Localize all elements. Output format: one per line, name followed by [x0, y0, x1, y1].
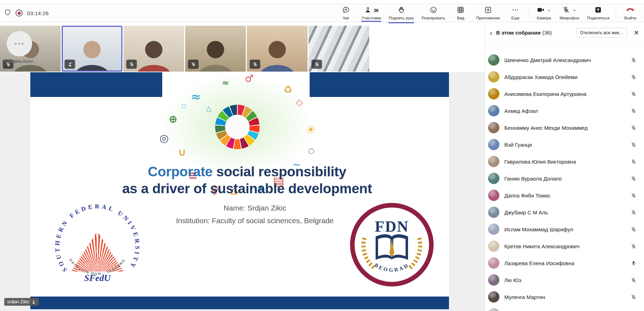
phone-down-icon — [626, 6, 634, 15]
participant-avatar — [488, 54, 499, 66]
participant-row[interactable]: Бенхамму Анес Мехди Мохаммед — [485, 119, 644, 136]
participant-name: Вэй Гуанци — [504, 142, 630, 148]
toolbar-camera-button[interactable]: Камера — [532, 4, 555, 22]
mic-muted-icon[interactable] — [630, 124, 637, 131]
muted-mic-badge-icon — [126, 60, 137, 69]
participant-avatar — [488, 291, 499, 303]
participant-row[interactable]: Ислам Мохаммад Шарифул — [485, 221, 644, 238]
mic-muted-icon[interactable] — [630, 226, 637, 232]
muted-mic-badge-icon — [188, 60, 199, 69]
participant-avatar — [488, 139, 499, 150]
back-chevron-icon[interactable]: ‹ — [490, 29, 492, 36]
see-all-participants[interactable]: ••• Увидеть всех — [0, 31, 39, 64]
participant-row[interactable]: Абдуррасак Хамида Опейеми — [485, 68, 644, 85]
video-tile-tile-2[interactable] — [62, 26, 122, 72]
mic-muted-icon[interactable] — [630, 209, 637, 215]
sdg-doodle-icon: ◎ — [159, 133, 169, 144]
mic-muted-icon[interactable] — [630, 74, 637, 80]
mic-muted-icon[interactable] — [630, 57, 637, 63]
video-tile-tile-3[interactable] — [123, 26, 184, 72]
toolbar-more-button[interactable]: Еще — [504, 4, 527, 22]
mic-muted-icon[interactable] — [630, 294, 637, 300]
toolbar-mic-label: Микрофон — [559, 16, 579, 20]
toolbar-mic-button[interactable]: Микрофон — [555, 4, 583, 22]
meeting-status-area: 03:14:26 — [4, 4, 49, 22]
mic-muted-icon[interactable] — [630, 277, 637, 283]
mic-muted-icon[interactable] — [630, 141, 637, 148]
toolbar-participants-button[interactable]: 36Участники — [358, 4, 385, 22]
participant-avatar — [488, 122, 499, 133]
video-tile-tile-5[interactable] — [247, 26, 308, 72]
participant-avatar — [488, 224, 499, 235]
participant-row[interactable]: Вэй Гуанци — [485, 136, 644, 153]
mic-on-icon[interactable] — [630, 260, 637, 266]
participant-row[interactable]: Шевченко Дмитрий Александрович — [485, 51, 644, 68]
participant-row[interactable]: Лю Юэ — [485, 272, 644, 288]
toolbar-share-button[interactable]: Поделиться — [583, 4, 613, 22]
participant-row[interactable]: Гаврилова Юлия Викторовна — [485, 153, 644, 170]
participant-row[interactable]: Ахмед Афзал — [485, 102, 644, 119]
sdg-doodle-icon: ◇ — [296, 98, 303, 107]
slide-title-accent: Corporate — [148, 164, 213, 179]
participant-avatar — [488, 257, 499, 269]
muted-mic-badge-icon — [250, 60, 260, 69]
toolbar-chat-button[interactable]: Чат — [334, 4, 358, 22]
mic-muted-icon[interactable] — [630, 108, 637, 114]
participants-list: Шевченко Дмитрий Александрович Абдурраса… — [485, 43, 644, 311]
toolbar-leave-button[interactable]: Выйти — [619, 4, 642, 22]
chevron-down-icon[interactable] — [571, 7, 576, 14]
participant-name: Ислам Мохаммад Шарифул — [504, 226, 630, 232]
participant-row[interactable] — [485, 305, 644, 311]
toolbar-react-button[interactable]: Реагировать — [418, 4, 449, 22]
close-panel-icon[interactable]: ✕ — [634, 30, 639, 36]
slide-top-bar-left — [30, 72, 162, 97]
people-icon — [364, 6, 372, 15]
mic-muted-icon[interactable] — [630, 91, 637, 97]
toolbar-react-label: Реагировать — [421, 16, 445, 20]
participant-row[interactable]: Даппа Фиби Томас — [485, 187, 644, 204]
toolbar-participants-label: Участники — [362, 16, 381, 20]
participant-row[interactable]: Кретов Никита Александрович — [485, 238, 644, 255]
mic-muted-icon[interactable] — [630, 175, 637, 182]
participant-name: Ганию Вураола Долапо — [504, 176, 630, 182]
participant-row[interactable]: Джубаир С М Аль — [485, 204, 644, 221]
toolbar-view-label: Вид — [457, 16, 464, 20]
video-tile-tile-6[interactable] — [309, 26, 369, 72]
slide-top-bar-right — [310, 72, 449, 97]
svg-text:FDN: FDN — [375, 218, 409, 235]
toolbar-leave-label: Выйти — [624, 16, 636, 20]
participant-row[interactable]: Муленга Мартин — [485, 288, 644, 305]
mic-muted-icon[interactable] — [630, 158, 637, 165]
mic-muted-icon[interactable] — [630, 243, 637, 249]
toolbar-raise-hand-label: Поднять руку — [389, 16, 414, 20]
fdn-beograd-logo: FDN BEOGRAD — [348, 201, 435, 288]
participant-avatar — [488, 105, 499, 116]
muted-mic-badge-icon — [311, 60, 322, 69]
video-tile-tile-4[interactable] — [185, 26, 246, 72]
participant-name: Шевченко Дмитрий Александрович — [504, 57, 630, 63]
teams-meeting-window: 03:14:26 Чат36УчастникиПоднять рукуРеаги… — [0, 0, 644, 311]
slide-title-rest: social responsibility — [213, 164, 346, 179]
meeting-toolbar: 03:14:26 Чат36УчастникиПоднять рукуРеаги… — [0, 4, 644, 22]
toolbar-actions: Чат36УчастникиПоднять рукуРеагироватьВид… — [334, 4, 642, 22]
toolbar-view-button[interactable]: Вид — [449, 4, 472, 22]
participant-row[interactable]: Ганию Вураола Долапо — [485, 170, 644, 187]
presenter-badge-icon — [65, 60, 75, 69]
toolbar-more-label: Еще — [511, 16, 520, 20]
toolbar-raise-hand-button[interactable]: Поднять руку — [385, 4, 418, 22]
video-tiles — [0, 26, 369, 72]
mute-all-button[interactable]: Отключить все мик... — [576, 28, 627, 38]
see-all-label: Увидеть всех — [6, 59, 33, 64]
toolbar-apps-button[interactable]: Приложения — [472, 4, 504, 22]
sdg-doodle-icon: □ — [181, 103, 186, 108]
strip-scroll-indicator[interactable] — [388, 22, 414, 23]
chevron-down-icon[interactable] — [545, 7, 551, 14]
presenter-name-tag: srdjan Zikic — [4, 298, 39, 306]
camera-icon — [537, 6, 545, 15]
mic-muted-icon[interactable] — [630, 192, 637, 199]
toolbar-camera-label: Камера — [537, 16, 551, 20]
participant-row[interactable]: Анисимова Екатерина Артуровна — [485, 85, 644, 102]
participant-row[interactable]: Лазарева Елена Иосифовна — [485, 255, 644, 272]
see-all-icon[interactable]: ••• — [7, 31, 32, 56]
participant-avatar — [488, 173, 499, 184]
